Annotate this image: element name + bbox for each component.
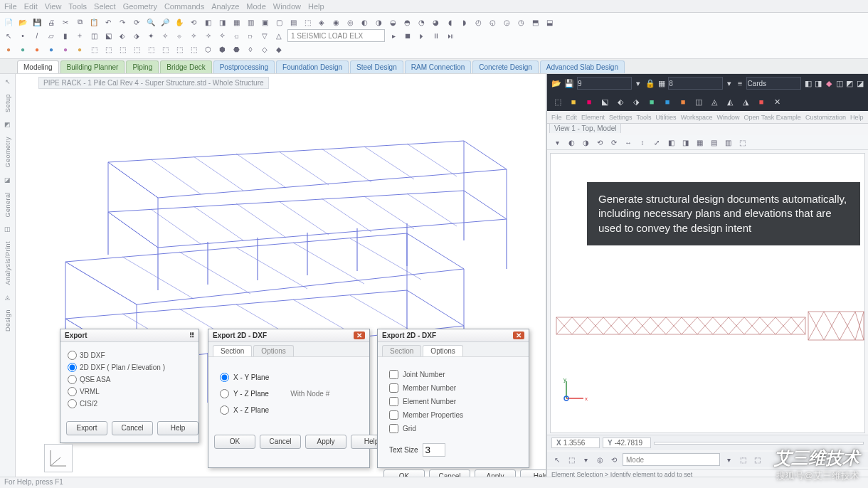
iso-icon[interactable]: ◧ xyxy=(202,16,213,28)
rv-icon-4[interactable]: ⟲ xyxy=(594,137,605,148)
rv-icon-3[interactable]: ◑ xyxy=(580,137,591,148)
tb3-icon-15[interactable]: ⬡ xyxy=(202,43,213,55)
tb3-icon-6[interactable]: ● xyxy=(74,43,85,55)
zoom-in-icon[interactable]: 🔍 xyxy=(145,16,157,28)
cut-icon[interactable]: ✂ xyxy=(60,16,71,28)
toolbar-icon-33[interactable]: ◗ xyxy=(458,16,470,28)
ra2-icon-13[interactable]: ◮ xyxy=(739,95,752,108)
toolbar-icon-23[interactable]: ◈ xyxy=(316,16,327,28)
toolbar2-icon-15[interactable]: ⟢ xyxy=(202,30,213,41)
export2d-b-tab-options[interactable]: Options xyxy=(423,345,462,356)
ra2-icon-6[interactable]: ⬗ xyxy=(630,95,642,108)
mode-tab-modeling[interactable]: Modeling xyxy=(17,60,59,73)
menu-view[interactable]: View xyxy=(45,2,62,11)
rmenu-edit[interactable]: Edit xyxy=(566,114,578,121)
rmenu-example[interactable]: Open Task Example xyxy=(744,114,801,121)
rb-icon-5[interactable]: ⟲ xyxy=(608,454,620,465)
ra2-icon-3[interactable]: ■ xyxy=(583,95,596,108)
toolbar-icon-26[interactable]: ◐ xyxy=(359,16,370,28)
export2d-a-tab-section[interactable]: Section xyxy=(213,345,252,356)
ra2-icon-1[interactable]: ⬚ xyxy=(551,95,564,108)
tb3-icon-5[interactable]: ● xyxy=(60,43,71,55)
print-icon[interactable]: 🖨 xyxy=(46,16,57,28)
front-icon[interactable]: ◨ xyxy=(216,16,228,28)
export2d-chk-1[interactable] xyxy=(389,383,398,393)
tb3-icon-11[interactable]: ⬚ xyxy=(145,43,157,55)
menu-tools[interactable]: Tools xyxy=(68,2,87,11)
rmenu-settings[interactable]: Settings xyxy=(609,114,633,121)
add-plate-icon[interactable]: ◫ xyxy=(88,30,100,41)
menu-analyze[interactable]: Analyze xyxy=(211,2,239,11)
rb-icon-7[interactable]: ⬚ xyxy=(737,454,748,465)
mode-tab-piping[interactable]: Piping xyxy=(126,60,159,73)
toolbar-icon-22[interactable]: ⬚ xyxy=(302,16,313,28)
ra2-icon-15[interactable]: ✕ xyxy=(771,95,783,108)
ra-selector-cards[interactable] xyxy=(746,77,801,90)
rmenu-utilities[interactable]: Utilities xyxy=(656,114,677,121)
toolbar-icon-36[interactable]: ◶ xyxy=(501,16,512,28)
text-size-input[interactable] xyxy=(423,443,445,457)
export2d-a-cancel[interactable]: Cancel xyxy=(260,435,301,449)
load-case-selector[interactable] xyxy=(287,29,385,42)
wire-icon[interactable]: ▢ xyxy=(273,16,285,28)
rv-icon-5[interactable]: ⟳ xyxy=(608,137,620,148)
export-opt-2[interactable] xyxy=(68,375,77,384)
ra2-icon-10[interactable]: ◫ xyxy=(692,95,705,108)
menu-commands[interactable]: Commands xyxy=(164,2,204,11)
export-opt-0[interactable] xyxy=(68,351,77,360)
paste-icon[interactable]: 📋 xyxy=(88,16,100,28)
toolbar2-icon-10[interactable]: ⬗ xyxy=(131,30,142,41)
export2d-chk-3[interactable] xyxy=(389,410,398,420)
toolbar2-icon-11[interactable]: ✦ xyxy=(145,30,157,41)
rotate-icon[interactable]: ⟲ xyxy=(188,16,199,28)
mode-tab-concrete-design[interactable]: Concrete Design xyxy=(472,60,538,73)
ra2-icon-2[interactable]: ■ xyxy=(567,95,580,108)
rb-icon-3[interactable]: ▾ xyxy=(580,454,591,465)
rmenu-custom[interactable]: Customization xyxy=(805,114,846,121)
ra-chevron-2-icon[interactable]: ▾ xyxy=(726,77,734,90)
plane-xy-radio[interactable] xyxy=(220,373,229,382)
rmenu-file[interactable]: File xyxy=(551,114,562,121)
export2d-chk-2[interactable] xyxy=(389,397,398,406)
rmenu-element[interactable]: Element xyxy=(581,114,605,121)
add-beam-icon[interactable]: ＋ xyxy=(74,30,85,41)
tb3-icon-7[interactable]: ⬚ xyxy=(88,43,100,55)
menu-window[interactable]: Window xyxy=(273,2,301,11)
ra-tool-c-icon[interactable]: ◫ xyxy=(835,77,843,90)
tb3-icon-16[interactable]: ⬢ xyxy=(216,43,228,55)
rmenu-help[interactable]: Help xyxy=(850,114,864,121)
toolbar2-icon-20[interactable]: △ xyxy=(273,30,285,41)
toolbar-icon-27[interactable]: ◑ xyxy=(373,16,384,28)
tb3-icon-9[interactable]: ⬚ xyxy=(117,43,128,55)
ra-color-icon[interactable]: ◆ xyxy=(825,77,833,90)
pan-icon[interactable]: ✋ xyxy=(174,16,185,28)
export2d-a-tab-options[interactable]: Options xyxy=(253,345,293,356)
rb-icon-1[interactable]: ↖ xyxy=(551,454,563,465)
tb3-icon-20[interactable]: ◆ xyxy=(273,43,285,55)
toolbar2-icon-19[interactable]: ▽ xyxy=(259,30,270,41)
ra2-icon-11[interactable]: ◬ xyxy=(708,95,721,108)
rv-icon-14[interactable]: ⬚ xyxy=(736,137,748,148)
menu-mode[interactable]: Mode xyxy=(246,2,266,11)
toolbar2-icon-13[interactable]: ⟐ xyxy=(174,30,185,41)
tb3-icon-2[interactable]: ● xyxy=(17,43,28,55)
export-dialog-close-icon[interactable]: ⠿ xyxy=(189,331,194,339)
toolbar2-icon-23[interactable]: ⏵ xyxy=(416,30,428,41)
toolbar-icon-30[interactable]: ◔ xyxy=(416,16,427,28)
toolbar2-icon-8[interactable]: ⬕ xyxy=(102,30,114,41)
ra-align-icon[interactable]: ≡ xyxy=(736,77,744,90)
toolbar-icon-35[interactable]: ◵ xyxy=(487,16,498,28)
right-2d-view[interactable]: Generate structural design documents aut… xyxy=(550,153,865,433)
ra-grid-icon[interactable]: ▦ xyxy=(658,77,666,90)
top-icon[interactable]: ▦ xyxy=(231,16,242,28)
solid-icon[interactable]: ▮ xyxy=(60,30,71,41)
select-cursor-icon[interactable]: ↖ xyxy=(3,30,14,41)
toolbar-icon-24[interactable]: ◉ xyxy=(330,16,342,28)
toolbar2-icon-14[interactable]: ⟡ xyxy=(188,30,199,41)
tb3-icon-4[interactable]: ● xyxy=(46,43,57,55)
ra-chevron-down-icon[interactable]: ▾ xyxy=(635,77,642,90)
export-opt-4[interactable] xyxy=(68,399,77,408)
toolbar-icon-34[interactable]: ◴ xyxy=(472,16,484,28)
toolbar-icon-25[interactable]: ◎ xyxy=(344,16,356,28)
rb-icon-8[interactable]: ⬚ xyxy=(751,454,763,465)
